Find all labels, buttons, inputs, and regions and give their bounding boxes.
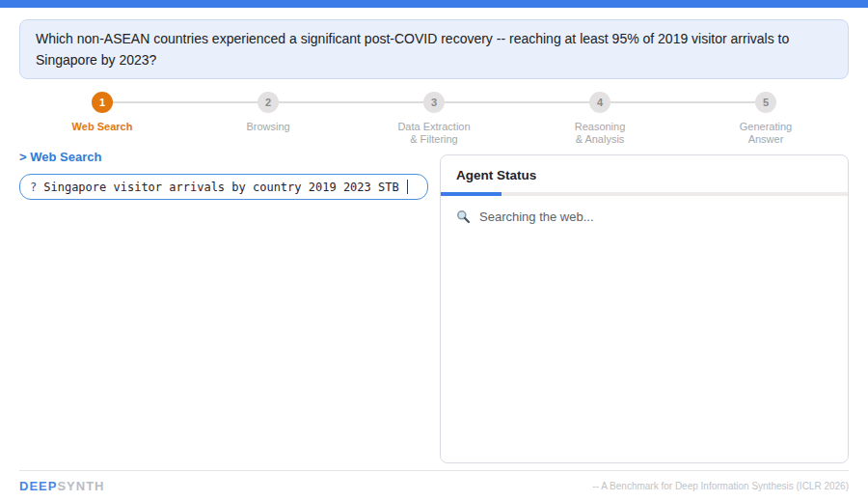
question-box: Which non-ASEAN countries experienced a … xyxy=(19,19,849,79)
brand-logo: DEEPSYNTH xyxy=(19,479,104,493)
step-generating-answer: 5 GeneratingAnswer xyxy=(683,92,849,148)
agent-status-text: Searching the web... xyxy=(479,209,594,224)
step-1-circle: 1 xyxy=(92,92,113,113)
footer: DEEPSYNTH -- A Benchmark for Deep Inform… xyxy=(19,470,849,493)
step-4-circle: 4 xyxy=(589,92,610,113)
step-2-circle: 2 xyxy=(258,92,279,113)
brand-secondary: SYNTH xyxy=(57,479,104,493)
step-data-extraction: 3 Data Extraction& Filtering xyxy=(351,92,517,148)
top-accent-bar xyxy=(0,0,868,8)
step-2-number: 2 xyxy=(265,97,271,108)
magnifier-icon xyxy=(456,209,471,224)
step-reasoning: 4 Reasoning& Analysis xyxy=(517,92,683,148)
search-query-text: Singapore visitor arrivals by country 20… xyxy=(43,181,398,194)
text-cursor xyxy=(407,180,409,194)
web-search-heading: > Web Search xyxy=(19,150,428,165)
web-search-section: > Web Search ? Singapore visitor arrival… xyxy=(19,150,428,200)
step-web-search: 1 Web Search xyxy=(19,92,185,148)
step-5-circle: 5 xyxy=(755,92,776,113)
step-3-circle: 3 xyxy=(423,92,445,113)
step-1-label: Web Search xyxy=(72,121,133,133)
step-1-number: 1 xyxy=(99,97,105,108)
step-browsing: 2 Browsing xyxy=(185,92,351,148)
footer-tagline: -- A Benchmark for Deep Information Synt… xyxy=(592,481,849,491)
agent-status-title: Agent Status xyxy=(441,155,848,192)
brand-primary: DEEP xyxy=(19,479,57,493)
question-text: Which non-ASEAN countries experienced a … xyxy=(36,31,789,68)
search-query-input[interactable]: ? Singapore visitor arrivals by country … xyxy=(19,174,428,200)
step-5-label: GeneratingAnswer xyxy=(740,121,792,146)
step-3-number: 3 xyxy=(431,97,437,108)
agent-status-row: Searching the web... xyxy=(441,196,848,237)
step-4-number: 4 xyxy=(597,97,603,108)
agent-status-panel: Agent Status Searching the web... xyxy=(440,154,849,463)
step-2-label: Browsing xyxy=(246,121,289,133)
search-prompt-char: ? xyxy=(30,181,37,194)
progress-stepper: 1 Web Search 2 Browsing 3 Data Extractio… xyxy=(19,92,849,148)
step-3-label: Data Extraction& Filtering xyxy=(397,121,470,146)
step-4-label: Reasoning& Analysis xyxy=(575,121,626,146)
step-5-number: 5 xyxy=(763,97,769,108)
